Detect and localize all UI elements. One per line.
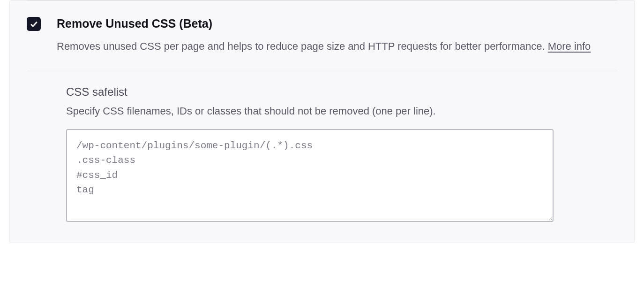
remove-unused-css-checkbox[interactable] — [27, 17, 41, 31]
more-info-link[interactable]: More info — [548, 40, 591, 52]
css-safelist-description: Specify CSS filenames, IDs or classes th… — [66, 104, 617, 119]
option-description: Removes unused CSS per page and helps to… — [57, 38, 617, 55]
checkmark-icon — [29, 19, 38, 29]
option-title: Remove Unused CSS (Beta) — [57, 16, 617, 31]
option-description-text: Removes unused CSS per page and helps to… — [57, 40, 548, 52]
remove-unused-css-option: Remove Unused CSS (Beta) Removes unused … — [10, 1, 634, 71]
settings-panel: Remove Unused CSS (Beta) Removes unused … — [9, 0, 635, 243]
css-safelist-section: CSS safelist Specify CSS filenames, IDs … — [10, 71, 634, 224]
css-safelist-title: CSS safelist — [66, 85, 617, 99]
css-safelist-textarea[interactable] — [66, 129, 554, 222]
option-body: Remove Unused CSS (Beta) Removes unused … — [57, 16, 617, 55]
